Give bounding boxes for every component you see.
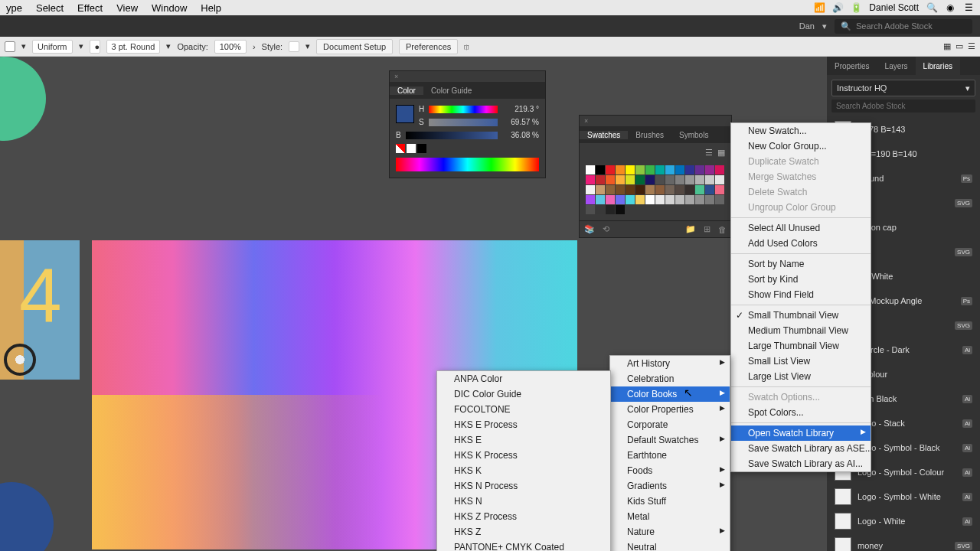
- swatch[interactable]: [645, 175, 655, 184]
- stroke-down-icon[interactable]: ▾: [21, 41, 26, 51]
- swatch[interactable]: [685, 175, 694, 184]
- swatch[interactable]: [635, 195, 645, 204]
- menu-item[interactable]: Earthtone: [610, 448, 730, 463]
- swatch[interactable]: [715, 175, 724, 184]
- swatch[interactable]: [655, 195, 665, 204]
- style-swatch[interactable]: [289, 41, 299, 52]
- tab-color-guide[interactable]: Color Guide: [423, 86, 479, 95]
- menu-item[interactable]: Foods: [610, 463, 730, 478]
- panel-icon[interactable]: ☰: [968, 41, 975, 51]
- tab-properties[interactable]: Properties: [827, 57, 877, 75]
- swatch[interactable]: [695, 185, 704, 194]
- fill-stroke-proxy[interactable]: [396, 105, 414, 123]
- color-spectrum[interactable]: [396, 158, 539, 171]
- swatch[interactable]: [586, 185, 595, 194]
- swatch[interactable]: [635, 175, 645, 184]
- swatch[interactable]: [586, 205, 595, 214]
- menu-item[interactable]: FOCOLTONE: [437, 402, 610, 417]
- swatch[interactable]: [655, 185, 665, 194]
- menu-item[interactable]: Open Swatch Library: [731, 425, 871, 441]
- search-icon[interactable]: 🔍: [926, 2, 937, 13]
- swatch[interactable]: [715, 165, 724, 174]
- swatch[interactable]: [695, 165, 704, 174]
- volume-icon[interactable]: 🔊: [832, 2, 843, 13]
- swatch[interactable]: [705, 185, 714, 194]
- menu-item[interactable]: New Swatch...: [731, 123, 871, 139]
- swatch[interactable]: [586, 195, 595, 204]
- swatch[interactable]: [596, 185, 605, 194]
- tab-symbols[interactable]: Symbols: [671, 131, 716, 139]
- menu-item[interactable]: Small List View: [731, 354, 871, 369]
- swatch[interactable]: [705, 175, 714, 184]
- swatch[interactable]: [645, 185, 655, 194]
- menu-item[interactable]: Sort by Kind: [731, 272, 871, 287]
- none-icon[interactable]: [396, 144, 405, 153]
- align-icon[interactable]: ⎅: [464, 42, 469, 51]
- menu-item[interactable]: Sort by Name: [731, 256, 871, 272]
- menu-item[interactable]: HKS N: [437, 494, 610, 509]
- swatch[interactable]: [616, 205, 625, 214]
- tab-color[interactable]: Color: [390, 86, 423, 95]
- menu-item[interactable]: ✓Small Thumbnail View: [731, 308, 871, 323]
- library-item[interactable]: moneySVG: [831, 533, 975, 551]
- opacity-value[interactable]: 100%: [214, 40, 247, 54]
- menu-item[interactable]: Gradients: [610, 478, 730, 494]
- menu-help[interactable]: Help: [201, 2, 221, 14]
- menu-ype[interactable]: ype: [6, 2, 22, 14]
- library-dropdown[interactable]: Instructor HQ ▾: [831, 80, 975, 96]
- dropdown-icon[interactable]: ▾: [79, 41, 83, 51]
- options-icon[interactable]: ⟲: [603, 224, 609, 234]
- menu-select[interactable]: Select: [36, 2, 64, 14]
- dropdown-icon[interactable]: ›: [253, 42, 256, 51]
- swatch[interactable]: [665, 185, 675, 194]
- swatch[interactable]: [616, 195, 625, 204]
- library-item[interactable]: Logo - Symbol - WhiteAi: [831, 484, 975, 509]
- menu-item[interactable]: HKS Z: [437, 524, 610, 540]
- menu-item[interactable]: Kids Stuff: [610, 494, 730, 509]
- swatch[interactable]: [675, 175, 684, 184]
- menu-item[interactable]: Color Properties: [610, 402, 730, 417]
- menu-item[interactable]: PANTONE+ CMYK Coated: [437, 540, 610, 551]
- swatch[interactable]: [685, 185, 694, 194]
- swatch[interactable]: [685, 165, 694, 174]
- library-icon[interactable]: 📚: [584, 224, 595, 234]
- green-circle-shape[interactable]: [0, 57, 46, 141]
- swatch[interactable]: [635, 185, 645, 194]
- swatch[interactable]: [655, 165, 665, 174]
- swatch[interactable]: [596, 195, 605, 204]
- stroke-type[interactable]: Uniform: [32, 40, 73, 54]
- close-icon[interactable]: ×: [580, 116, 731, 126]
- swatch[interactable]: [675, 195, 684, 204]
- swatch[interactable]: [715, 195, 724, 204]
- adobe-stock-search[interactable]: 🔍 Search Adobe Stock: [835, 19, 972, 34]
- siri-icon[interactable]: ◉: [945, 2, 956, 13]
- menu-item[interactable]: Default Swatches: [610, 432, 730, 448]
- white-swatch[interactable]: [407, 144, 416, 153]
- swatch[interactable]: [626, 175, 635, 184]
- swatch[interactable]: [606, 175, 615, 184]
- swatch[interactable]: [665, 165, 675, 174]
- menu-item[interactable]: Celebration: [610, 371, 730, 386]
- swatch[interactable]: [675, 185, 684, 194]
- tab-brushes[interactable]: Brushes: [628, 131, 671, 139]
- preferences-button[interactable]: Preferences: [399, 39, 458, 54]
- swatch[interactable]: [586, 175, 595, 184]
- tab-layers[interactable]: Layers: [877, 57, 916, 75]
- menu-item[interactable]: HKS E Process: [437, 417, 610, 432]
- menu-view[interactable]: View: [116, 2, 138, 14]
- app-user[interactable]: Dan: [799, 21, 815, 31]
- menu-item[interactable]: ANPA Color: [437, 371, 610, 386]
- swatch[interactable]: [616, 185, 625, 194]
- swatch[interactable]: [616, 165, 625, 174]
- list-view-icon[interactable]: ☰: [705, 148, 713, 158]
- menu-item[interactable]: HKS K Process: [437, 448, 610, 463]
- tab-libraries[interactable]: Libraries: [916, 57, 960, 75]
- placed-image[interactable]: 4: [0, 240, 80, 380]
- swatch[interactable]: [665, 175, 675, 184]
- library-item[interactable]: Logo - WhiteAi: [831, 509, 975, 533]
- menu-item[interactable]: Corporate: [610, 417, 730, 432]
- swatch[interactable]: [705, 165, 714, 174]
- swatch[interactable]: [606, 165, 615, 174]
- folder-icon[interactable]: 📁: [685, 224, 696, 234]
- swatch[interactable]: [606, 195, 615, 204]
